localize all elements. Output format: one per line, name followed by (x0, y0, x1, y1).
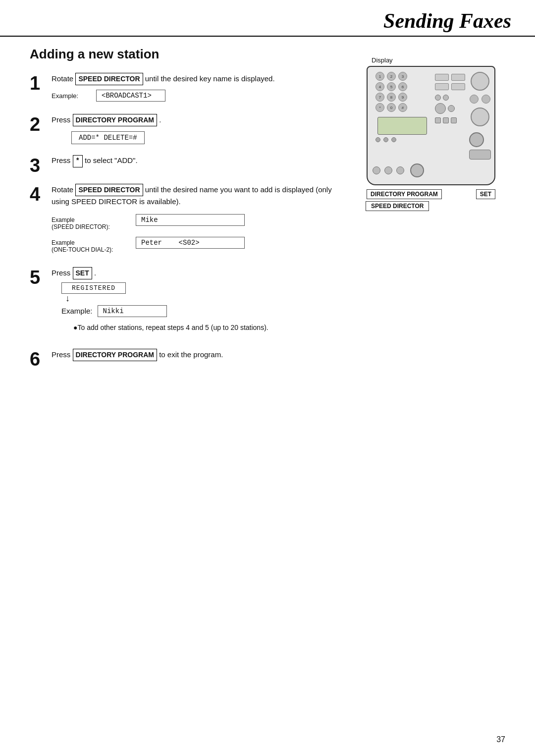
step-3-number: 3 (30, 155, 52, 175)
dot-2 (383, 137, 388, 142)
step-1-content: Rotate SPEED DIRECTOR until the desired … (52, 73, 337, 105)
page-number: 37 (496, 735, 505, 744)
speed-director-label: SPEED DIRECTOR (366, 201, 429, 211)
fax-illustration: Display 1 2 3 4 5 6 (357, 56, 505, 211)
key-5: 5 (387, 82, 396, 91)
step-4-key: SPEED DIRECTOR (75, 184, 143, 196)
step-4-example2-row: Example (ONE-TOUCH DIAL-2): Peter <S02> (52, 235, 337, 253)
key-1: 1 (375, 72, 384, 81)
step-5-arrow: ↓ (65, 294, 337, 303)
step-1-text: Rotate SPEED DIRECTOR until the desired … (52, 73, 337, 85)
page-title: Sending Faxes (383, 9, 511, 32)
key-hash: # (398, 103, 407, 112)
step-4-example1-label: Example (SPEED DIRECTOR): (52, 216, 136, 230)
fax-top-section: 1 2 3 4 5 6 7 8 9 (373, 72, 489, 160)
mid-row-3 (435, 95, 465, 101)
step-1-rotate: Rotate (52, 74, 73, 83)
key-2: 2 (387, 72, 396, 81)
fax-round-btn-lg (469, 132, 484, 147)
sq-btn-3 (451, 117, 457, 123)
step-2-press: Press (52, 115, 70, 124)
step-5: 5 Press SET . REGISTERED ↓ Example: Nikk… (30, 267, 337, 340)
step-4-text: Rotate SPEED DIRECTOR until the desired … (52, 184, 337, 208)
keypad-row-2: 4 5 6 (375, 82, 427, 91)
section-heading: Adding a new station (30, 47, 337, 62)
step-4-number: 4 (30, 184, 52, 204)
sq-btn-1 (435, 117, 441, 123)
step-4-ex1-label1: Example (52, 216, 75, 223)
step-5-registered-box: REGISTERED (61, 282, 126, 294)
display-label: Display (372, 56, 393, 64)
lcd-block-1 (435, 74, 449, 81)
step-5-example: Example: Nikki (61, 304, 337, 319)
step-6-text: Press DIRECTORY PROGRAM to exit the prog… (52, 349, 337, 361)
bottom-btn-2 (384, 166, 392, 174)
key-8: 8 (387, 93, 396, 102)
key-star: * (375, 103, 384, 112)
step-2-display-value: ADD=* DELETE=# (71, 131, 145, 144)
dot-3 (391, 137, 396, 142)
key-0: 0 (387, 103, 396, 112)
fax-keypad: 1 2 3 4 5 6 7 8 9 (375, 72, 427, 160)
fax-big-knob (471, 72, 489, 91)
step-4-example2-value: Peter <S02> (136, 237, 245, 249)
fax-mid-controls (435, 74, 465, 160)
key-3: 3 (398, 72, 407, 81)
fax-small-circles (470, 95, 490, 104)
step-3: 3 Press * to select "ADD". (30, 155, 337, 175)
step-3-press: Press (52, 156, 70, 164)
step-5-bullet: ●To add other stations, repeat steps 4 a… (73, 323, 337, 333)
step-6-press: Press (52, 350, 70, 359)
step-5-key: SET (73, 267, 92, 279)
step-2-number: 2 (30, 114, 52, 134)
main-content: Adding a new station 1 Rotate SPEED DIRE… (0, 42, 535, 397)
indicator-1 (435, 95, 441, 101)
bottom-btn-4 (410, 163, 424, 177)
key-9: 9 (398, 93, 407, 102)
mid-row-4 (435, 103, 465, 114)
step-6-number: 6 (30, 349, 52, 369)
fax-dots (375, 137, 427, 142)
step-3-text: Press * to select "ADD". (52, 155, 337, 167)
step-5-example-label: Example: (61, 307, 93, 315)
key-6: 6 (398, 82, 407, 91)
keypad-row-4: * 0 # (375, 103, 427, 112)
fax-rect-btn (469, 150, 491, 160)
step-2-text: Press DIRECTORY PROGRAM . (52, 114, 337, 126)
round-btn-2 (448, 105, 455, 112)
bottom-btn-3 (396, 166, 404, 174)
step-4-ex2-label2: (ONE-TOUCH DIAL-2): (52, 246, 113, 253)
keypad-row-3: 7 8 9 (375, 93, 427, 102)
step-6: 6 Press DIRECTORY PROGRAM to exit the pr… (30, 349, 337, 369)
lcd-block-2 (451, 74, 465, 81)
keypad-row-1: 1 2 3 (375, 72, 427, 81)
sq-btn-2 (443, 117, 449, 123)
fax-bottom-row (373, 163, 489, 177)
dot-1 (375, 137, 380, 142)
fax-small-circle-2 (482, 95, 490, 104)
lcd-block-4 (451, 83, 465, 90)
step-1-text2: until the desired key name is displayed. (145, 74, 275, 83)
step-1-example: Example: <BROADCAST1> (52, 88, 337, 103)
bottom-btn-1 (373, 166, 380, 174)
step-5-registered: REGISTERED ↓ Example: Nikki (61, 282, 337, 319)
step-2-text2: . (159, 115, 161, 124)
key-7: 7 (375, 93, 384, 102)
step-1-example-value: <BROADCAST1> (96, 90, 165, 102)
indicator-2 (443, 95, 449, 101)
fax-small-circle-1 (470, 95, 479, 104)
step-2-key: DIRECTORY PROGRAM (73, 114, 157, 126)
step-6-key: DIRECTORY PROGRAM (73, 349, 157, 361)
fax-screen (377, 117, 427, 135)
step-4-example2-label: Example (ONE-TOUCH DIAL-2): (52, 239, 136, 253)
fax-body: 1 2 3 4 5 6 7 8 9 (367, 66, 495, 185)
fax-screen-area (375, 116, 427, 135)
step-5-content: Press SET . REGISTERED ↓ Example: Nikki … (52, 267, 337, 340)
step-4-content: Rotate SPEED DIRECTOR until the desired … (52, 184, 337, 258)
fax-right-buttons (469, 132, 491, 160)
step-4-example1-row: Example (SPEED DIRECTOR): Mike (52, 213, 337, 230)
lcd-block-3 (435, 83, 449, 90)
step-2-display: ADD=* DELETE=# (52, 129, 337, 146)
fax-labels: DIRECTORY PROGRAM SET (367, 189, 495, 199)
step-4-rotate: Rotate (52, 185, 73, 194)
